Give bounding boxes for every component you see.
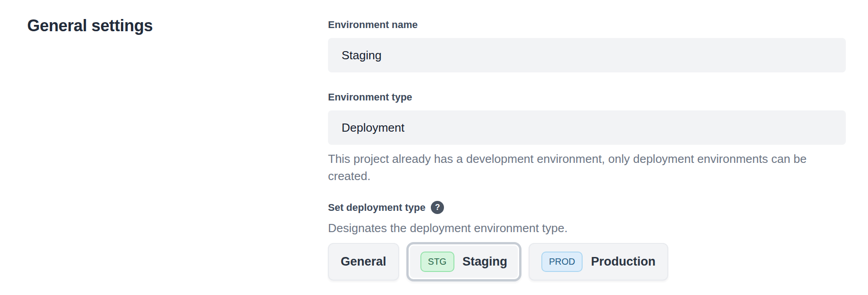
environment-name-field: Environment name <box>328 19 846 72</box>
environment-type-input[interactable] <box>328 110 846 145</box>
deployment-type-options: General STG Staging PROD Production <box>328 242 846 281</box>
environment-type-label: Environment type <box>328 91 846 103</box>
deployment-type-production-label: Production <box>591 255 656 269</box>
page-title: General settings <box>27 16 328 35</box>
stg-badge: STG <box>420 252 454 272</box>
environment-settings-form: Environment name Environment type This p… <box>328 16 846 281</box>
question-mark-icon[interactable]: ? <box>431 201 444 214</box>
deployment-type-general-label: General <box>341 255 386 269</box>
settings-section-header: General settings <box>27 16 328 35</box>
deployment-type-label: Set deployment type <box>328 202 425 214</box>
deployment-type-label-row: Set deployment type ? <box>328 201 846 214</box>
environment-type-help-text: This project already has a development e… <box>328 150 846 185</box>
deployment-type-general-button[interactable]: General <box>328 243 399 281</box>
environment-name-input[interactable] <box>328 38 846 72</box>
prod-badge: PROD <box>541 252 583 272</box>
environment-type-field: Environment type This project already ha… <box>328 91 846 185</box>
deployment-type-staging-button[interactable]: STG Staging <box>406 242 521 281</box>
deployment-type-description: Designates the deployment environment ty… <box>328 219 846 237</box>
deployment-type-production-button[interactable]: PROD Production <box>529 243 668 281</box>
environment-name-label: Environment name <box>328 19 846 31</box>
deployment-type-staging-label: Staging <box>463 255 507 269</box>
deployment-type-section: Set deployment type ? Designates the dep… <box>328 201 846 281</box>
general-settings-page: General settings Environment name Enviro… <box>0 0 868 281</box>
